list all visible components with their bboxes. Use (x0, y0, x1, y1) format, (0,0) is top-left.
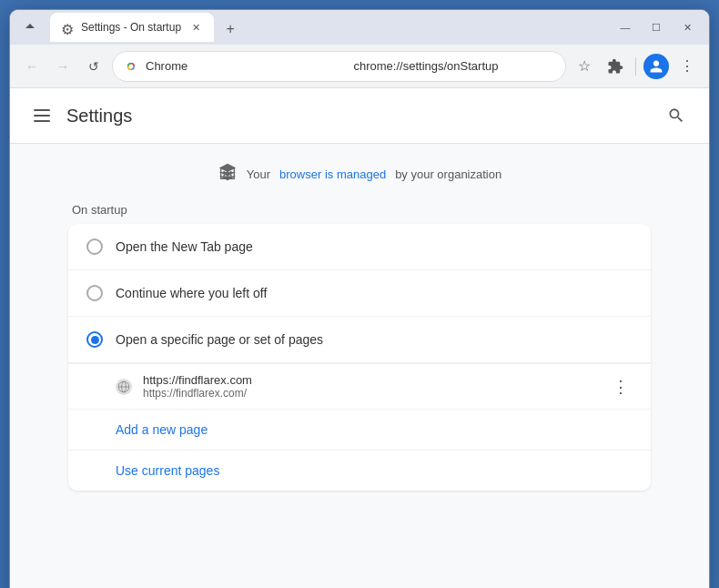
address-bar[interactable]: Chrome chrome://settings/onStartup (112, 51, 566, 82)
active-tab[interactable]: ⚙ Settings - On startup ✕ (50, 13, 214, 42)
refresh-button[interactable]: ↺ (81, 54, 106, 79)
managed-link[interactable]: browser is managed (279, 167, 386, 181)
back-button[interactable]: ← (19, 54, 45, 79)
tab-title: Settings - On startup (81, 21, 181, 34)
browser-window: ⚙ Settings - On startup ✕ + — ☐ ✕ ← → ↺ (9, 9, 710, 588)
svg-rect-5 (230, 171, 232, 173)
page-content: Settings (10, 88, 709, 588)
settings-main: Your browser is managed by your organiza… (32, 144, 687, 509)
section-label: On startup (68, 203, 651, 217)
search-icon (667, 106, 685, 125)
chrome-menu-button[interactable]: ⋮ (674, 54, 700, 79)
profile-button[interactable] (643, 54, 669, 79)
page-title: Settings (66, 106, 662, 127)
radio-option-continue[interactable]: Continue where you left off (68, 270, 651, 317)
radio-circle-new-tab (86, 238, 103, 255)
new-tab-button[interactable]: + (218, 16, 243, 42)
svg-rect-7 (227, 175, 228, 177)
tab-bar: ⚙ Settings - On startup ✕ + (46, 13, 607, 42)
extensions-button[interactable] (603, 54, 628, 79)
title-bar-left (17, 15, 43, 40)
address-text: chrome://settings/onStartup (354, 59, 555, 73)
svg-rect-8 (230, 175, 232, 177)
radio-circle-continue (86, 285, 103, 301)
add-new-page-link[interactable]: Add a new page (116, 422, 208, 437)
use-current-pages-option[interactable]: Use current pages (68, 450, 651, 491)
site-url-sub: https://findflarex.com/ (143, 387, 596, 400)
title-bar: ⚙ Settings - On startup ✕ + — ☐ ✕ (10, 10, 709, 45)
divider (635, 57, 636, 76)
tab-favicon-icon: ⚙ (61, 21, 74, 34)
svg-rect-4 (227, 171, 228, 173)
radio-label-new-tab: Open the New Tab page (116, 239, 253, 254)
radio-option-specific[interactable]: Open a specific page or set of pages (68, 317, 651, 363)
building-icon (218, 162, 238, 187)
on-startup-card: Open the New Tab page Continue where you… (68, 224, 651, 491)
managed-notice: Your browser is managed by your organiza… (68, 162, 651, 187)
window-controls: — ☐ ✕ (611, 15, 702, 40)
maximize-button[interactable]: ☐ (642, 15, 671, 40)
use-current-pages-link[interactable]: Use current pages (116, 463, 219, 478)
chrome-label: Chrome (146, 59, 347, 73)
startup-page-entry: https://findflarex.com https://findflare… (68, 363, 651, 409)
add-new-page-option[interactable]: Add a new page (68, 409, 651, 450)
site-url-main: https://findflarex.com (143, 373, 596, 387)
managed-notice-post: by your organization (395, 167, 501, 181)
chrome-logo (124, 59, 138, 74)
startup-page-more-button[interactable]: ⋮ (607, 374, 633, 400)
sidebar-toggle-button[interactable] (28, 104, 56, 127)
svg-rect-6 (223, 175, 225, 177)
close-button[interactable]: ✕ (673, 15, 702, 40)
bookmark-button[interactable]: ☆ (572, 54, 597, 79)
site-info: https://findflarex.com https://findflare… (143, 373, 596, 400)
forward-button[interactable]: → (50, 54, 76, 79)
settings-header: Settings (10, 88, 709, 144)
site-favicon (116, 379, 132, 395)
radio-label-continue: Continue where you left off (116, 286, 267, 300)
minimize-button[interactable]: — (611, 15, 640, 40)
svg-rect-3 (223, 171, 225, 173)
radio-label-specific: Open a specific page or set of pages (116, 332, 323, 347)
svg-point-1 (129, 64, 134, 68)
radio-option-new-tab[interactable]: Open the New Tab page (68, 224, 651, 270)
search-settings-button[interactable] (662, 101, 691, 130)
tab-list-button[interactable] (17, 15, 43, 40)
managed-notice-pre: Your (247, 167, 270, 181)
tab-close-button[interactable]: ✕ (188, 20, 203, 35)
address-bar-row: ← → ↺ Chrome chrome://settings/onStartup… (10, 45, 709, 88)
radio-circle-specific (86, 331, 103, 348)
